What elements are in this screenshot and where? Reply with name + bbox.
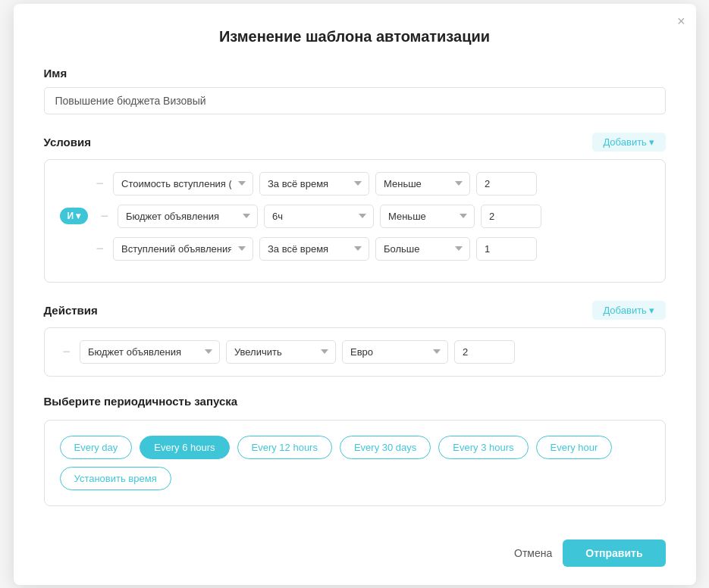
condition-period-select-1[interactable]: За всё время [259, 172, 369, 195]
modal-title: Изменение шаблона автоматизации [44, 28, 666, 45]
conditions-section-header: Условия Добавить ▾ [44, 133, 666, 152]
condition-row-3: − Вступлений объявления За всё время Бол… [60, 237, 650, 261]
condition-remove-1[interactable]: − [93, 177, 108, 190]
action-field-select-1[interactable]: Бюджет объявления [80, 340, 220, 364]
period-btn-every-6-hours[interactable]: Every 6 hours [140, 436, 229, 459]
name-label: Имя [44, 67, 67, 80]
condition-value-input-3[interactable] [476, 237, 537, 261]
submit-button[interactable]: Отправить [563, 540, 665, 567]
period-btn-set-time[interactable]: Установить время [60, 467, 171, 490]
condition-field-select-2[interactable]: Бюджет объявления [118, 205, 258, 228]
cancel-button[interactable]: Отмена [514, 547, 552, 559]
condition-remove-3[interactable]: − [93, 242, 108, 255]
action-row-1: − Бюджет объявления Увеличить Евро [60, 340, 650, 364]
actions-add-button[interactable]: Добавить ▾ [592, 301, 665, 320]
condition-comparison-select-3[interactable]: Больше [375, 237, 470, 261]
condition-period-select-2[interactable]: 6ч [264, 205, 374, 228]
period-section: Выберите периодичность запуска Every day… [44, 395, 666, 506]
period-btn-every-hour[interactable]: Every hour [536, 436, 613, 459]
close-button[interactable]: × [677, 14, 685, 28]
condition-row-1: − Стоимость вступления (Cl За всё время … [60, 172, 650, 195]
period-section-label: Выберите периодичность запуска [44, 395, 666, 408]
condition-row-2: И ▾ − Бюджет объявления 6ч Меньше [60, 205, 650, 228]
condition-field-select-1[interactable]: Стоимость вступления (Cl [113, 172, 253, 195]
period-btn-every-3-hours[interactable]: Every 3 hours [438, 436, 528, 459]
action-unit-select-1[interactable]: Евро [342, 340, 448, 364]
condition-field-select-3[interactable]: Вступлений объявления [113, 237, 253, 261]
action-type-select-1[interactable]: Увеличить [226, 340, 336, 364]
condition-period-select-3[interactable]: За всё время [259, 237, 369, 261]
name-input[interactable] [44, 87, 666, 114]
condition-comparison-select-1[interactable]: Меньше [375, 172, 470, 195]
condition-comparison-select-2[interactable]: Меньше [380, 205, 475, 228]
period-box: Every day Every 6 hours Every 12 hours E… [44, 420, 666, 506]
action-value-input-1[interactable] [454, 340, 515, 364]
condition-remove-2[interactable]: − [97, 209, 111, 223]
conditions-add-button[interactable]: Добавить ▾ [592, 133, 665, 152]
name-section-header: Имя [44, 67, 666, 80]
condition-value-input-2[interactable] [481, 205, 541, 228]
conditions-label: Условия [44, 136, 91, 149]
and-badge[interactable]: И ▾ [60, 208, 89, 224]
period-btn-every-30-days[interactable]: Every 30 days [340, 436, 431, 459]
and-badge-label: И ▾ [67, 211, 81, 221]
period-btn-every-12-hours[interactable]: Every 12 hours [237, 436, 332, 459]
condition-value-input-1[interactable] [476, 172, 537, 195]
period-btn-every-day[interactable]: Every day [60, 436, 133, 459]
modal-footer: Отмена Отправить [44, 524, 666, 585]
period-buttons-container: Every day Every 6 hours Every 12 hours E… [60, 436, 650, 490]
actions-section-header: Действия Добавить ▾ [44, 301, 666, 320]
actions-box: − Бюджет объявления Увеличить Евро [44, 327, 666, 377]
action-remove-1[interactable]: − [60, 345, 74, 358]
conditions-box: − Стоимость вступления (Cl За всё время … [44, 159, 666, 283]
actions-label: Действия [44, 304, 98, 317]
modal-container: × Изменение шаблона автоматизации Имя Ус… [14, 4, 696, 585]
